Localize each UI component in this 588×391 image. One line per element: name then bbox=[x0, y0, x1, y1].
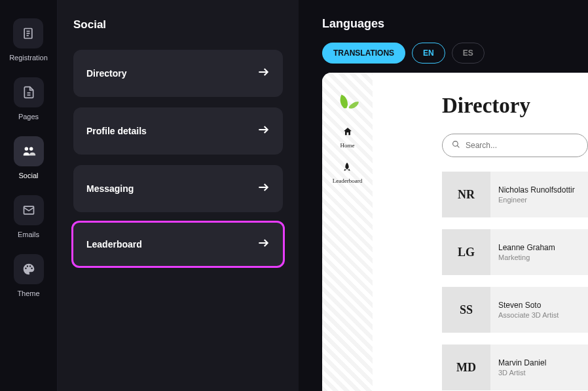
pill-translations[interactable]: TRANSLATIONS bbox=[322, 43, 405, 64]
inner-nav-label: Home bbox=[340, 142, 355, 149]
sidebar-label: Registration bbox=[9, 54, 48, 62]
avatar: LG bbox=[442, 229, 490, 275]
sidebar-item-theme[interactable]: Theme bbox=[14, 254, 44, 297]
avatar: SS bbox=[442, 287, 490, 333]
sidebar-item-social[interactable]: Social bbox=[14, 136, 44, 179]
search-input[interactable] bbox=[466, 141, 578, 150]
avatar: NR bbox=[442, 172, 490, 217]
sidebar-label: Social bbox=[19, 172, 39, 179]
directory-item[interactable]: LG Leanne Graham Marketing bbox=[442, 229, 588, 275]
sidebar-item-emails[interactable]: Emails bbox=[14, 195, 44, 238]
svg-line-14 bbox=[457, 145, 459, 147]
home-icon bbox=[342, 126, 353, 140]
inner-sidebar: Home Leaderboard bbox=[322, 73, 373, 391]
panel-item-label: Leaderboard bbox=[86, 239, 142, 250]
rocket-icon bbox=[342, 162, 352, 175]
panel-item-profile-details[interactable]: Profile details bbox=[73, 107, 283, 155]
arrow-right-icon bbox=[257, 65, 270, 81]
social-icon bbox=[14, 136, 44, 166]
person-name: Marvin Daniel bbox=[498, 358, 546, 367]
search-icon bbox=[452, 140, 460, 151]
arrow-right-icon bbox=[257, 123, 270, 139]
panel-item-label: Profile details bbox=[86, 126, 147, 136]
svg-point-7 bbox=[29, 147, 32, 151]
preview-title: Languages bbox=[322, 17, 588, 31]
person-role: Engineer bbox=[498, 196, 575, 204]
panel-item-label: Directory bbox=[86, 68, 126, 79]
panel-title: Social bbox=[73, 18, 283, 31]
inner-nav-home[interactable]: Home bbox=[340, 126, 355, 149]
search-box[interactable] bbox=[442, 134, 588, 157]
sidebar-label: Emails bbox=[18, 231, 39, 238]
inner-nav-label: Leaderboard bbox=[333, 177, 362, 184]
main-sidebar: Registration Pages Social Emails Theme bbox=[0, 0, 58, 391]
leaf-logo-icon bbox=[335, 88, 360, 113]
pill-en[interactable]: EN bbox=[412, 43, 445, 64]
person-name: Steven Soto bbox=[498, 301, 559, 310]
registration-icon bbox=[13, 18, 43, 48]
directory-item[interactable]: SS Steven Soto Associate 3D Artist bbox=[442, 287, 588, 333]
language-pills: TRANSLATIONS EN ES bbox=[322, 43, 588, 64]
person-role: Marketing bbox=[498, 253, 555, 261]
panel-item-messaging[interactable]: Messaging bbox=[73, 165, 283, 212]
directory-item[interactable]: MD Marvin Daniel 3D Artist bbox=[442, 344, 588, 390]
preview-area: Languages TRANSLATIONS EN ES Home Leader… bbox=[299, 0, 588, 391]
panel-item-leaderboard[interactable]: Leaderboard bbox=[71, 221, 285, 268]
arrow-right-icon bbox=[257, 236, 270, 252]
directory-item[interactable]: NR Nicholas Runolfsdottir Engineer bbox=[442, 172, 588, 217]
directory-list: NR Nicholas Runolfsdottir Engineer LG Le… bbox=[442, 172, 588, 390]
person-role: 3D Artist bbox=[498, 369, 546, 377]
directory-heading: Directory bbox=[442, 94, 588, 118]
sidebar-item-registration[interactable]: Registration bbox=[9, 18, 48, 62]
sidebar-item-pages[interactable]: Pages bbox=[14, 77, 44, 121]
arrow-right-icon bbox=[257, 181, 270, 196]
theme-icon bbox=[14, 254, 44, 284]
avatar: MD bbox=[442, 344, 490, 390]
person-role: Associate 3D Artist bbox=[498, 311, 559, 319]
emails-icon bbox=[14, 195, 44, 225]
inner-app-preview: Home Leaderboard Directory NR bbox=[322, 73, 588, 391]
person-name: Leanne Graham bbox=[498, 243, 555, 252]
panel-item-directory[interactable]: Directory bbox=[73, 50, 283, 97]
person-name: Nicholas Runolfsdottir bbox=[498, 185, 575, 195]
pill-es[interactable]: ES bbox=[452, 43, 485, 64]
sidebar-label: Pages bbox=[18, 113, 39, 121]
svg-point-13 bbox=[453, 141, 458, 147]
pages-icon bbox=[14, 77, 44, 107]
secondary-panel: Social Directory Profile details Messagi… bbox=[58, 0, 299, 391]
inner-main: Directory NR Nicholas Runolfsdottir Engi… bbox=[373, 73, 588, 391]
sidebar-label: Theme bbox=[17, 289, 39, 297]
inner-nav-leaderboard[interactable]: Leaderboard bbox=[333, 162, 362, 184]
svg-point-6 bbox=[24, 147, 28, 151]
panel-list: Directory Profile details Messaging Lead… bbox=[73, 50, 283, 266]
panel-item-label: Messaging bbox=[86, 183, 134, 194]
